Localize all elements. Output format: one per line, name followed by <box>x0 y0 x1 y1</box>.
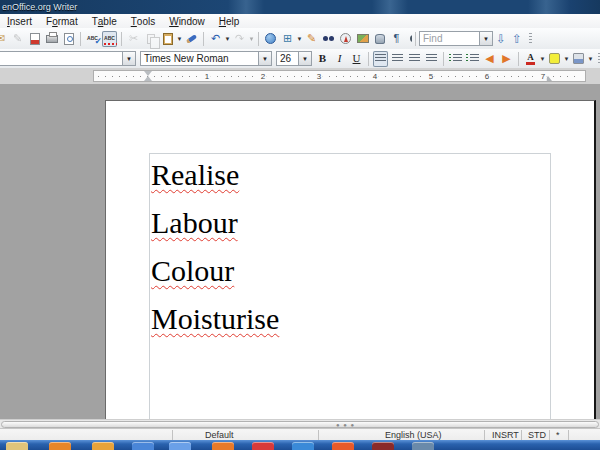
find-dropdown-icon[interactable]: ▼ <box>479 32 492 45</box>
taskbar-app-7-icon[interactable] <box>252 442 274 450</box>
align-right-button[interactable] <box>407 51 422 67</box>
taskbar-app-3-icon[interactable] <box>92 442 114 450</box>
chevron-down-icon[interactable]: ▼ <box>258 52 271 65</box>
document-area: RealiseLabourColourMoisturise <box>0 84 600 419</box>
taskbar-app-6-icon[interactable] <box>212 442 234 450</box>
taskbar-app-2-icon[interactable] <box>49 442 71 450</box>
table-dropdown-icon[interactable]: ▼ <box>296 31 303 47</box>
scrollbar-thumb[interactable] <box>1 421 599 428</box>
ruler-number: 5 <box>427 72 435 81</box>
taskbar-app-11-icon[interactable] <box>412 442 434 450</box>
toolbar-separator <box>258 32 259 46</box>
format-paintbrush-icon[interactable] <box>184 31 199 47</box>
document-word[interactable]: Moisturise <box>151 295 279 343</box>
language-status[interactable]: English (USA) <box>385 430 442 440</box>
find-toolbar: Find ▼ ⇩ ⇧ <box>412 28 536 49</box>
undo-dropdown-icon[interactable]: ▼ <box>224 31 231 47</box>
increase-indent-button[interactable]: ▶ <box>499 51 514 67</box>
ruler-number: 2 <box>259 72 267 81</box>
title-bar[interactable]: enOffice.org Writer <box>0 0 600 14</box>
menu-help[interactable]: Help <box>212 14 247 28</box>
toolbar-separator <box>518 52 519 66</box>
taskbar-app-4-icon[interactable] <box>132 442 154 450</box>
spelling-icon[interactable]: ABC✓ <box>85 31 100 47</box>
undo-icon[interactable]: ↶ <box>208 31 223 47</box>
menu-table[interactable]: Table <box>85 14 124 28</box>
export-pdf-icon[interactable] <box>27 31 42 47</box>
highlighting-button-dropdown-icon[interactable]: ▼ <box>563 51 570 67</box>
toolbar-separator <box>121 32 122 46</box>
copy-icon <box>143 31 158 47</box>
find-previous-icon[interactable]: ⇧ <box>512 33 522 45</box>
font-size-combo[interactable]: 26 ▼ <box>276 51 312 66</box>
paste-icon[interactable] <box>160 31 175 47</box>
toolbar-grip[interactable] <box>529 33 532 45</box>
mail-document-icon[interactable]: ✉ <box>0 31 8 47</box>
document-text: RealiseLabourColourMoisturise <box>151 151 279 343</box>
taskbar-app-8-icon[interactable] <box>292 442 314 450</box>
background-color-button[interactable] <box>571 51 586 67</box>
find-replace-icon[interactable] <box>321 31 336 47</box>
menu-insert[interactable]: Insert <box>0 14 39 28</box>
toolbar-separator <box>203 32 204 46</box>
window-title: enOffice.org Writer <box>0 2 77 12</box>
draw-functions-icon[interactable]: ✎ <box>304 31 319 47</box>
menu-bar: InsertFormatTableToolsWindowHelp <box>0 14 600 29</box>
font-name-value: Times New Roman <box>141 53 258 64</box>
print-icon[interactable] <box>44 31 59 47</box>
numbering-list-button[interactable] <box>448 51 463 67</box>
gallery-icon[interactable] <box>355 31 370 47</box>
font-color-button[interactable]: A <box>523 51 538 67</box>
windows-taskbar <box>0 440 600 450</box>
selection-mode-status[interactable]: STD <box>528 430 546 440</box>
document-word[interactable]: Realise <box>151 151 279 199</box>
hyperlink-icon[interactable] <box>263 31 278 47</box>
toolbar-separator <box>368 52 369 66</box>
ruler-ticks <box>98 76 581 77</box>
menu-format[interactable]: Format <box>39 14 85 28</box>
left-indent-marker[interactable] <box>144 76 152 81</box>
underline-button[interactable]: U <box>349 51 364 67</box>
align-center-button[interactable] <box>390 51 405 67</box>
document-word[interactable]: Colour <box>151 247 279 295</box>
font-size-value: 26 <box>277 53 298 64</box>
taskbar-app-9-icon[interactable] <box>332 442 354 450</box>
toolbar-separator <box>415 32 416 46</box>
taskbar-app-folder-icon[interactable] <box>6 442 28 450</box>
align-justified-button[interactable] <box>424 51 439 67</box>
font-color-button-dropdown-icon[interactable]: ▼ <box>539 51 546 67</box>
taskbar-app-5-icon[interactable] <box>169 442 191 450</box>
edit-file-icon: ✎ <box>10 31 25 47</box>
table-icon[interactable]: ⊞ <box>280 31 295 47</box>
page-style-status[interactable]: Default <box>205 430 234 440</box>
chevron-down-icon[interactable]: ▼ <box>298 52 311 65</box>
menu-tools[interactable]: Tools <box>124 14 162 28</box>
navigator-icon[interactable] <box>338 31 353 47</box>
document-word[interactable]: Labour <box>151 199 279 247</box>
font-name-combo[interactable]: Times New Roman ▼ <box>140 51 272 66</box>
autospellcheck-icon[interactable]: ABC <box>102 31 117 47</box>
redo-dropdown-icon: ▼ <box>248 31 255 47</box>
insert-mode-status[interactable]: INSRT <box>492 430 519 440</box>
paste-dropdown-icon[interactable]: ▼ <box>176 31 183 47</box>
menu-window[interactable]: Window <box>162 14 212 28</box>
paragraph-style-combo[interactable]: ▼ <box>0 51 136 66</box>
chevron-down-icon[interactable]: ▼ <box>122 52 135 65</box>
document-page[interactable]: RealiseLabourColourMoisturise <box>105 100 596 419</box>
decrease-indent-button[interactable]: ◀ <box>482 51 497 67</box>
redo-icon: ↷ <box>232 31 247 47</box>
find-input[interactable]: Find ▼ <box>419 31 493 46</box>
data-sources-icon[interactable] <box>372 31 387 47</box>
highlighting-button[interactable] <box>547 51 562 67</box>
nonprinting-characters-icon[interactable]: ¶ <box>389 31 404 47</box>
italic-button[interactable]: I <box>332 51 347 67</box>
taskbar-app-10-icon[interactable] <box>372 442 394 450</box>
find-next-icon[interactable]: ⇩ <box>496 33 506 45</box>
bold-button[interactable]: B <box>315 51 330 67</box>
align-left-button[interactable] <box>373 51 388 67</box>
background-color-button-dropdown-icon[interactable]: ▼ <box>587 51 594 67</box>
horizontal-ruler[interactable]: 1234567 <box>93 70 586 82</box>
bullets-list-button[interactable] <box>465 51 480 67</box>
cut-icon: ✂ <box>126 31 141 47</box>
page-preview-icon[interactable] <box>61 31 76 47</box>
